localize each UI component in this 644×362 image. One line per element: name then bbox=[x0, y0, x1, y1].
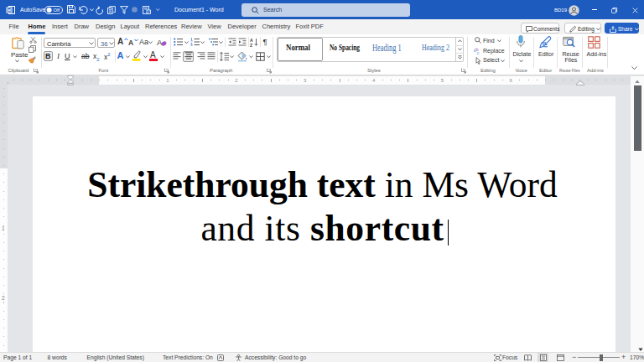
svg-text:Off: Off bbox=[54, 8, 60, 13]
svg-text:Z: Z bbox=[250, 42, 252, 47]
svg-text:c: c bbox=[477, 50, 480, 55]
